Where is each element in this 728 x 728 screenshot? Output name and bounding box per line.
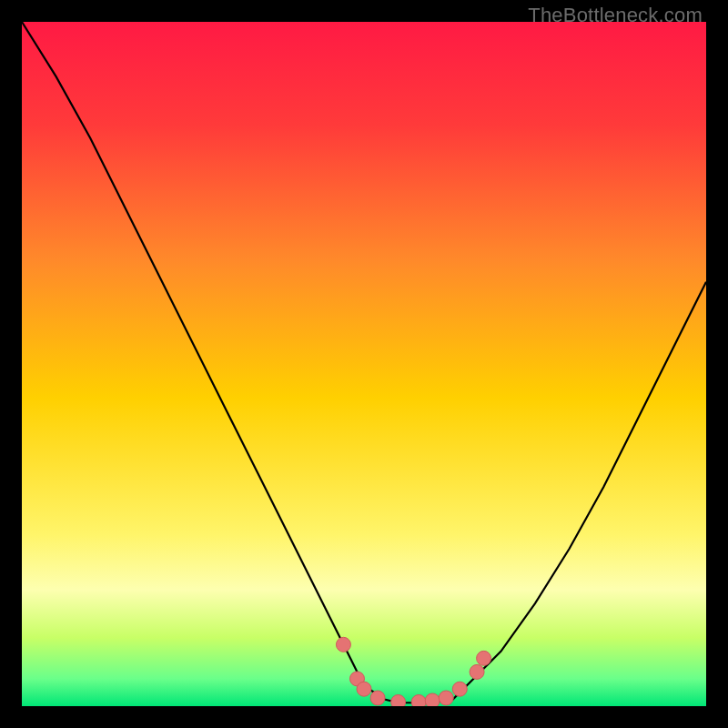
bottleneck-chart bbox=[22, 22, 706, 706]
curve-marker bbox=[370, 691, 385, 705]
curve-marker bbox=[439, 691, 453, 705]
curve-marker bbox=[411, 694, 426, 706]
curve-marker bbox=[470, 664, 484, 679]
curve-marker bbox=[336, 637, 350, 652]
chart-frame bbox=[22, 22, 706, 706]
curve-marker bbox=[477, 651, 491, 665]
curve-marker bbox=[452, 682, 467, 696]
gradient-backdrop bbox=[22, 22, 706, 706]
curve-marker bbox=[425, 693, 440, 706]
curve-marker bbox=[357, 682, 371, 696]
curve-marker bbox=[391, 694, 406, 706]
